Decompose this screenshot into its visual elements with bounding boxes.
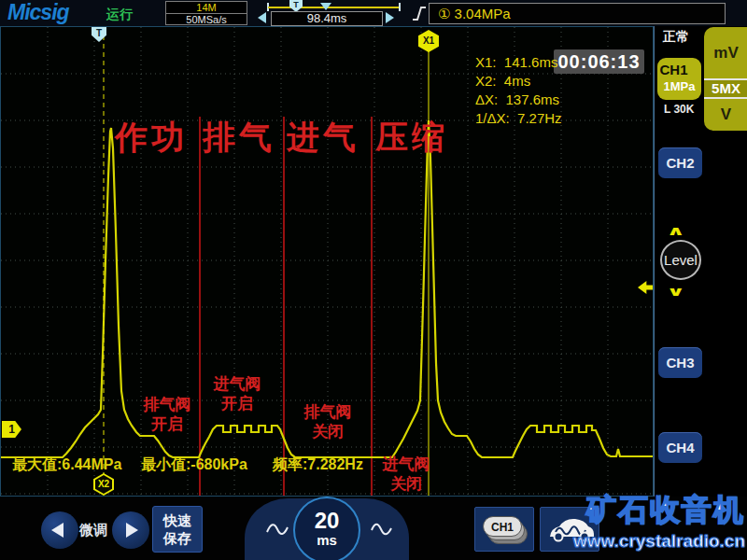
valve-note-intake-close: 进气阀关闭 [367, 455, 445, 494]
trigger-level-readout[interactable]: ① 3.04MPa [429, 3, 726, 24]
ch2-button[interactable]: CH2 [658, 147, 702, 178]
memory-depth: 14M [166, 2, 247, 14]
vertical-scale-column: mV 5MX V [704, 27, 747, 131]
stacked-channels-icon: CH1 [483, 515, 528, 545]
ch1-scale: 1MPa [657, 78, 701, 94]
stroke-label-compression: 压缩 [375, 116, 448, 160]
timebase-value: 20 [295, 509, 359, 533]
sample-rate-box[interactable]: 14M 50MSa/s [165, 1, 247, 25]
valve-note-intake-open: 进气阀开启 [198, 374, 276, 413]
left-triangle-icon [51, 523, 63, 538]
record-position-bar[interactable] [268, 7, 400, 8]
stroke-label-exhaust: 排气 [203, 116, 275, 160]
stat-min: 最小值:-680kPa [141, 455, 247, 475]
scale-mv-button[interactable]: mV [704, 27, 747, 78]
cursor-x2-value: X2: 4ms [475, 72, 562, 91]
watermark-url: www.crystalradio.cn [573, 531, 745, 552]
bottom-bar: 微调 快速 保存 20 ms CH1 [0, 497, 747, 560]
watermark: 矿石收音机 www.crystalradio.cn [573, 490, 745, 552]
right-triangle-icon [126, 523, 138, 538]
ch4-button[interactable]: CH4 [658, 432, 702, 463]
level-knob[interactable]: Level [660, 240, 701, 280]
watermark-title: 矿石收音机 [573, 490, 745, 531]
pan-right-arrow[interactable] [386, 12, 394, 23]
cursor-freq-value: 1/ΔX: 7.27Hz [475, 109, 562, 128]
timebase-unit: ms [295, 533, 359, 548]
sample-rate: 50MSa/s [166, 14, 247, 25]
fine-tune-label: 微调 [79, 522, 107, 539]
fine-tune-prev-button[interactable] [41, 511, 78, 549]
waveform-display: 00:06:13 X1: 141.6ms X2: 4ms ΔX: 137.6ms… [0, 26, 654, 497]
stroke-label-power: 作功 [115, 116, 188, 160]
cursor-readout-panel: X1: 141.6ms X2: 4ms ΔX: 137.6ms 1/ΔX: 7.… [475, 53, 562, 128]
stat-max: 最大值:6.44MPa [12, 455, 121, 475]
cursor-x1-value: X1: 141.6ms [475, 53, 562, 72]
timebase-knob[interactable]: 20 ms [293, 497, 360, 560]
window-position-icon[interactable] [320, 3, 331, 10]
valve-note-exhaust-open: 排气阀开启 [128, 395, 206, 434]
trigger-slope-icon[interactable] [411, 4, 428, 22]
scale-mult-button[interactable]: 5MX [704, 78, 747, 99]
ch3-button[interactable]: CH3 [658, 347, 702, 378]
record-bracket-right [399, 3, 401, 11]
window-time-box[interactable]: 98.4ms [271, 11, 383, 26]
trigger-mode-label: 正常 [663, 29, 689, 46]
scale-v-button[interactable]: V [704, 99, 747, 131]
level-down-chevron[interactable]: ∨ [666, 284, 684, 299]
elapsed-timer: 00:06:13 [554, 49, 644, 74]
channel-select-button[interactable]: CH1 [474, 507, 534, 552]
slow-sine-icon[interactable] [265, 517, 289, 541]
cursor-dx-value: ΔX: 137.6ms [475, 91, 562, 109]
top-bar: Micsig 运行 14M 50MSa/s T 98.4ms ① 3.04MPa [0, 0, 747, 26]
run-status: 运行 [106, 7, 133, 23]
level-up-chevron[interactable]: ∧ [666, 223, 684, 238]
stat-freq: 频率:7.282Hz [273, 455, 363, 475]
probe-setting: L 30K [664, 103, 694, 116]
micsig-logo: Micsig [7, 0, 69, 25]
stroke-label-intake: 进气 [287, 116, 359, 160]
valve-note-exhaust-close: 排气阀关闭 [289, 402, 367, 441]
quick-save-button[interactable]: 快速 保存 [152, 506, 203, 553]
fast-sine-icon[interactable] [370, 517, 394, 541]
right-sidebar: 正常 mV 5MX V CH1 1MPa L 30K CH2 ∧ Level ∨… [654, 26, 747, 497]
pan-left-arrow[interactable] [258, 12, 266, 23]
fine-tune-next-button[interactable] [112, 511, 149, 549]
oscilloscope-screen: Micsig 运行 14M 50MSa/s T 98.4ms ① 3.04MPa… [0, 0, 747, 560]
ch1-badge[interactable]: CH1 1MPa [657, 58, 701, 100]
